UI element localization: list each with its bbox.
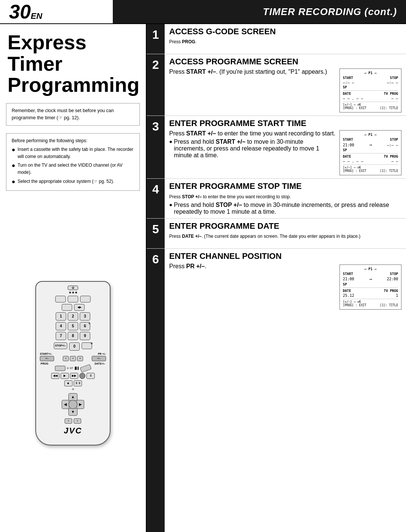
screen-2-tvprog-label: TV PROG [384,92,398,96]
step-6-body: Press PR +/–. [169,263,336,270]
screen-3-start-val: 21:00 [343,143,354,147]
screen-2-stop-val: –:– – [387,81,398,85]
key-extra: ④ [82,342,92,349]
step-6-inline: Press PR +/–. – P1 – START STOP 21:00 → … [169,263,401,310]
key-4: 4 [56,322,66,330]
step-3-bullet-prefix: Press and hold [174,138,215,145]
step-3-section: 3 ENTER PROGRAMME START TIME Press START… [147,116,406,179]
step-6-body-bold: PR +/– [186,263,205,269]
step-5-body-bold: DATE +/– [182,234,201,239]
step-3-body-bold: START +/– [186,130,216,137]
screen-3-sp-label: SP [343,148,347,152]
step-3-screen: – P1 – START STOP 21:00 → –:– – SP [339,130,401,175]
bullet-icon: ● [12,146,15,153]
step-2-inline: Press START +/–. (If you're just startin… [169,68,401,112]
step-6-body-suffix: . [205,263,206,269]
key-5: 5 [68,322,78,330]
screen-6-bottom: [+/–] → ⊙K [PROG] : EXIT [1]: TITLE [343,300,398,307]
center-plus-btns: + + + [63,356,83,361]
remote-btn: ◀▶ [74,304,85,311]
remote-btn [62,304,72,311]
screen-3-title: – P1 – [343,133,398,137]
step-6-screen: – P1 – START STOP 21:00 → 22:00 SP [339,264,401,310]
screen-6-bottom-left2: [PROG] : EXIT [343,304,367,307]
step-2-body-bold: START +/– [186,68,216,75]
page-number: 30 [9,2,31,21]
bullet-text-3: Select the appropriate colour system (☞ … [18,178,114,185]
screen-6-divider [343,287,398,288]
bullet-text-2: Turn on the TV and select the VIDEO chan… [18,162,134,176]
remote-top: ⏻ [39,286,107,290]
step-4-body-prefix: Press [169,194,182,199]
plus2-btn: + [77,356,83,361]
page-header: 30 EN TIMER RECORDING (cont.) [0,0,406,24]
step-1-content: ACCESS G-CODE SCREEN Press PROG. [165,24,406,54]
step-5-content: ENTER PROGRAMME DATE Press DATE +/–. (Th… [165,219,406,248]
step-5-body-prefix: Press [169,234,182,239]
nav-right-btn: ▶ [77,400,84,409]
step-2-screen: – P1 – START STOP –:– – –:– – SP [339,68,401,112]
power-button: ⏻ [68,286,78,290]
screen-2-row1-vals: –:– – –:– – [343,81,398,85]
step-3-body-prefix: Press [169,130,186,137]
step-3-body-suffix: to enter the time you want recording to … [216,130,336,137]
step-4-bullet-prefix: Press and hold [174,202,215,208]
screen-6-stop-label: STOP [390,272,398,276]
nav-down-btn: ▼ [68,408,77,416]
start-btn: +/– [40,356,54,361]
start-label: START+/– [40,353,52,355]
step-1-body-suffix: . [195,39,196,44]
page-suffix: EN [31,11,42,21]
step-5-number: 5 [147,219,165,248]
bottom-nav-row: + + [65,418,81,424]
remote-btn [68,296,78,302]
step-6-content: ENTER CHANNEL POSITION Press PR +/–. – P… [165,249,406,532]
screen-3-divider2 [343,164,398,165]
step-2-heading: ACCESS PROGRAMME SCREEN [169,57,401,66]
pause-btn-2: ⏸⏸ [74,380,82,386]
remote-illustration: ⏻ ◀▶ 1 [35,281,111,445]
section-title-block: Express Timer Programming [0,24,146,99]
header-right: TIMER RECORDING (cont.) [113,0,406,23]
screen-3-bottom-left2: [PROG] : EXIT [343,169,367,173]
remote-btn [55,296,66,302]
screen-6-start-val: 21:00 [343,277,354,281]
play-btn: ▶ [61,373,69,379]
step-3-content: ENTER PROGRAMME START TIME Press START +… [165,116,406,178]
step-1-number: 1 [147,24,165,54]
nav-left-btn: ◀ [62,400,69,409]
step-6-section: 6 ENTER CHANNEL POSITION Press PR +/–. –… [147,249,406,532]
screen-6-bottom-row: [PROG] : EXIT [1]: TITLE [343,304,398,307]
step-4-bullet-text: Press and hold STOP +/– to move in 30-mi… [174,202,401,215]
screen-2-divider [343,90,398,91]
screen-6-arrow: → [369,277,372,282]
transport-row-2: ■ ⏸⏸ [64,380,82,386]
prog-label: PROG [41,362,48,365]
step-6-number: 6 [147,249,165,532]
step-1-section: 1 ACCESS G-CODE SCREEN Press PROG. [147,24,406,54]
label-icon-1: ① [67,367,69,370]
step-6-body-prefix: Press [169,263,186,269]
dot [75,292,77,293]
bullet-icon: ● [169,138,172,144]
screen-3-date-tvprog-vals: – – . – – – – [343,159,398,163]
step-3-main-text: Press START +/– to enter the time you wa… [169,130,336,137]
step-1-heading: ACCESS G-CODE SCREEN [169,27,401,36]
screen-2-date-tvprog-vals: – – . – – – – [343,96,398,100]
bullet-text-1: Insert a cassette with the safety tab in… [18,146,134,160]
info-box-text: Remember, the clock must be set before y… [12,108,114,120]
rewind-btn: ◀◀ [51,373,59,379]
screen-2-bottom-left: [+/–] → ⊙K [343,103,398,106]
screen-3-bottom: [+/–] → ⊙K [PROG] : EXIT [1]: TITLE [343,166,398,173]
screen-3-date-label: DATE [343,155,351,158]
stop-plus-btn: STOP+/– [54,342,67,349]
step-4-heading: ENTER PROGRAMME STOP TIME [169,182,401,191]
remote-btn [80,296,91,302]
step-6-heading: ENTER CHANNEL POSITION [169,252,401,261]
bullet-icon: ● [169,202,172,208]
screen-3-date-tvprog-labels: DATE TV PROG [343,155,398,158]
key-3: 3 [80,312,90,321]
screen-6-vals: 21:00 → 22:00 [343,277,398,282]
screen-6-stop-val: 22:00 [387,277,398,281]
screen-2-start-val: –:– – [343,81,354,85]
